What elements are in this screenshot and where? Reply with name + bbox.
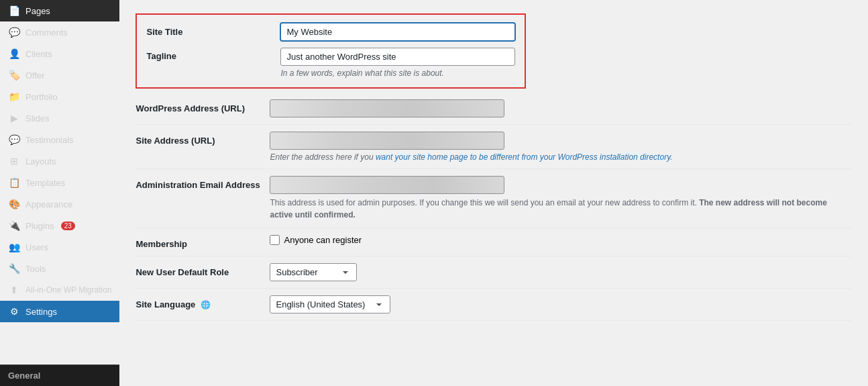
users-icon: 👥 xyxy=(8,242,20,252)
sidebar-item-users[interactable]: 👥 Users xyxy=(0,236,119,258)
site-language-icon: 🌐 xyxy=(201,300,211,309)
highlighted-section: Site Title Tagline In a few words, expla… xyxy=(135,13,526,89)
wp-address-field xyxy=(270,99,852,117)
site-address-link[interactable]: want your site home page to be different… xyxy=(376,152,670,162)
bottom-bar: General xyxy=(0,365,119,386)
site-language-label: Site Language 🌐 xyxy=(135,295,270,309)
admin-email-field: This address is used for admin purposes.… xyxy=(270,176,852,221)
tagline-input[interactable] xyxy=(280,48,515,66)
offer-icon: 🏷️ xyxy=(8,70,20,81)
sidebar-nav: 📄 Pages 💬 Comments 👤 Clients 🏷️ Offer 📁 … xyxy=(0,0,119,365)
site-address-input[interactable] xyxy=(270,132,504,150)
sidebar-item-templates[interactable]: 📋 Templates xyxy=(0,172,119,193)
new-user-role-field: Subscriber Contributor Author Editor Adm… xyxy=(270,263,852,281)
membership-checkbox-row: Anyone can register xyxy=(270,235,852,245)
layouts-icon: ⊞ xyxy=(8,156,20,166)
tools-icon: 🔧 xyxy=(8,263,20,274)
sidebar: 📄 Pages 💬 Comments 👤 Clients 🏷️ Offer 📁 … xyxy=(0,0,119,386)
sidebar-item-slides[interactable]: ▶ Slides xyxy=(0,107,119,129)
wp-address-label: WordPress Address (URL) xyxy=(135,99,270,113)
site-address-label: Site Address (URL) xyxy=(135,132,270,146)
sidebar-item-appearance[interactable]: 🎨 Appearance xyxy=(0,193,119,215)
wp-address-row: WordPress Address (URL) xyxy=(135,93,852,125)
sidebar-item-settings[interactable]: ⚙ Settings xyxy=(0,301,119,322)
wp-address-input[interactable] xyxy=(270,99,504,117)
sidebar-item-tools[interactable]: 🔧 Tools xyxy=(0,258,119,279)
new-user-role-row: New User Default Role Subscriber Contrib… xyxy=(135,256,852,289)
membership-label: Membership xyxy=(135,235,270,249)
slides-icon: ▶ xyxy=(8,113,20,124)
site-address-description: Enter the address here if you want your … xyxy=(270,152,852,162)
settings-icon: ⚙ xyxy=(8,306,20,317)
plugins-icon: 🔌 xyxy=(8,220,20,231)
sidebar-item-clients[interactable]: 👤 Clients xyxy=(0,43,119,64)
sidebar-item-plugins[interactable]: 🔌 Plugins 23 xyxy=(0,215,119,236)
tagline-label: Tagline xyxy=(146,48,280,61)
appearance-icon: 🎨 xyxy=(8,199,20,209)
sidebar-item-portfolio[interactable]: 📁 Portfolio xyxy=(0,86,119,107)
main-content: Site Title Tagline In a few words, expla… xyxy=(119,0,868,386)
sidebar-item-layouts[interactable]: ⊞ Layouts xyxy=(0,150,119,172)
testimonials-icon: 💬 xyxy=(8,134,20,145)
sidebar-item-pages[interactable]: 📄 Pages xyxy=(0,0,119,21)
site-title-label: Site Title xyxy=(146,27,280,37)
tagline-row: Tagline In a few words, explain what thi… xyxy=(146,48,515,78)
admin-email-row: Administration Email Address This addres… xyxy=(135,169,852,228)
membership-checkbox[interactable] xyxy=(270,235,280,245)
sidebar-item-comments[interactable]: 💬 Comments xyxy=(0,21,119,43)
site-language-select[interactable]: English (United States) xyxy=(270,295,390,313)
admin-email-label: Administration Email Address xyxy=(135,176,270,190)
membership-row: Membership Anyone can register xyxy=(135,228,852,256)
site-language-row: Site Language 🌐 English (United States) xyxy=(135,289,852,321)
new-user-role-select[interactable]: Subscriber Contributor Author Editor Adm… xyxy=(270,263,357,281)
templates-icon: 📋 xyxy=(8,177,20,188)
tagline-description: In a few words, explain what this site i… xyxy=(280,68,515,78)
admin-email-input[interactable] xyxy=(270,176,504,194)
plugins-badge: 23 xyxy=(61,222,75,230)
pages-icon: 📄 xyxy=(8,5,20,16)
site-title-input[interactable] xyxy=(280,23,515,41)
site-address-row: Site Address (URL) Enter the address her… xyxy=(135,125,852,169)
site-address-field: Enter the address here if you want your … xyxy=(270,132,852,162)
sidebar-item-allinone[interactable]: ⬆ All-in-One WP Migration xyxy=(0,279,119,301)
site-title-row: Site Title xyxy=(146,23,515,41)
allinone-icon: ⬆ xyxy=(8,285,20,295)
tagline-field: In a few words, explain what this site i… xyxy=(280,48,515,78)
portfolio-icon: 📁 xyxy=(8,91,20,102)
new-user-role-label: New User Default Role xyxy=(135,263,270,277)
sidebar-item-testimonials[interactable]: 💬 Testimonials xyxy=(0,129,119,150)
admin-email-description: This address is used for admin purposes.… xyxy=(270,197,852,221)
sidebar-item-offer[interactable]: 🏷️ Offer xyxy=(0,64,119,86)
membership-field: Anyone can register xyxy=(270,235,852,245)
site-language-field: English (United States) xyxy=(270,295,852,313)
membership-checkbox-label: Anyone can register xyxy=(284,235,362,245)
comments-icon: 💬 xyxy=(8,27,20,38)
clients-icon: 👤 xyxy=(8,48,20,59)
